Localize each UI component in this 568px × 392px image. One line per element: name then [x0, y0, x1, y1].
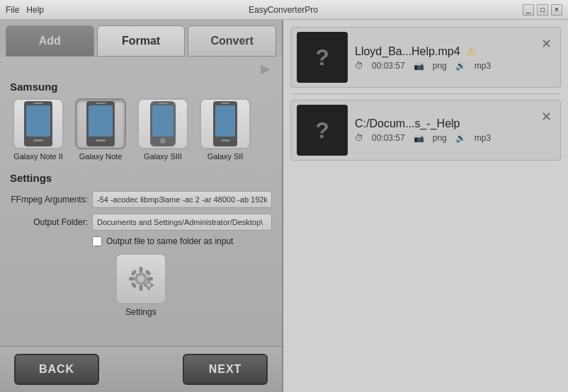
device-label-note: Galaxy Note: [79, 152, 123, 161]
file-name-text-1: C:/Docum...s_-_Help: [355, 117, 460, 129]
warning-icon-0: ⚠: [466, 45, 476, 57]
svg-rect-30: [144, 284, 147, 287]
file-meta-0: ⏱ 00:03:57 📷 png 🔊 mp3: [355, 61, 555, 71]
close-button[interactable]: ×: [551, 4, 562, 16]
file-name-text-0: Lloyd_Ba...Help.mp4: [355, 45, 460, 57]
file-close-1[interactable]: ✕: [538, 106, 555, 127]
device-galaxy-sii[interactable]: Galaxy SII: [197, 98, 254, 161]
svg-rect-15: [221, 103, 229, 104]
svg-rect-29: [148, 287, 150, 290]
output-folder-row: Output Folder:: [10, 214, 272, 231]
ffmpeg-label: FFmpeg Arguments:: [10, 195, 88, 204]
file-img-format-0: png: [433, 61, 447, 71]
file-item-0: ? Lloyd_Ba...Help.mp4 ⚠ ⏱ 00:03:57 📷 png…: [290, 27, 561, 88]
device-galaxy-siii[interactable]: Galaxy SIII: [135, 98, 191, 161]
device-section: Samsung Galaxy Note II: [0, 78, 282, 166]
tab-bar: Add Format Convert: [0, 20, 282, 57]
device-thumb-galaxy-note: [75, 98, 126, 149]
svg-rect-7: [96, 103, 106, 104]
file-item-1: ? C:/Docum...s_-_Help ⏱ 00:03:57 📷 png 🔊…: [290, 100, 561, 161]
window-controls: _ □ ×: [523, 4, 562, 16]
output-folder-input[interactable]: [92, 214, 272, 231]
gear-icon: [123, 261, 159, 296]
main-area: Add Format Convert ▶ Samsung: [0, 20, 568, 392]
arrow-icon: ▶: [261, 61, 271, 76]
phone-icon-note2: [21, 100, 56, 148]
device-thumb-galaxy-siii: [137, 98, 188, 149]
device-galaxy-note-2[interactable]: Galaxy Note II: [10, 98, 67, 161]
tab-format[interactable]: Format: [97, 25, 186, 57]
audio-icon-1: 🔊: [455, 133, 466, 143]
svg-rect-3: [33, 103, 43, 104]
settings-heading: Settings: [10, 172, 272, 184]
minimize-button[interactable]: _: [523, 4, 534, 16]
file-img-format-1: png: [433, 133, 447, 143]
menu-help[interactable]: Help: [26, 5, 44, 15]
device-section-heading: Samsung: [10, 81, 272, 93]
maximize-button[interactable]: □: [537, 4, 548, 16]
device-thumb-galaxy-sii: [200, 98, 251, 149]
svg-point-27: [147, 284, 151, 287]
same-folder-label: Output file to same folder as input: [106, 236, 233, 246]
output-folder-label: Output Folder:: [10, 217, 88, 227]
device-label-note2: Galaxy Note II: [13, 152, 63, 161]
menu-file[interactable]: File: [6, 5, 19, 15]
file-info-0: Lloyd_Ba...Help.mp4 ⚠ ⏱ 00:03:57 📷 png 🔊…: [355, 45, 555, 71]
svg-rect-2: [33, 139, 43, 142]
svg-rect-28: [148, 280, 150, 283]
file-meta-1: ⏱ 00:03:57 📷 png 🔊 mp3: [355, 133, 555, 143]
svg-point-10: [160, 138, 166, 144]
ffmpeg-row: FFmpeg Arguments:: [10, 191, 272, 208]
svg-rect-6: [96, 139, 106, 142]
file-thumb-0: ?: [297, 32, 348, 83]
phone-icon-sii: [208, 100, 243, 148]
bottom-buttons: BACK NEXT: [0, 346, 282, 392]
file-audio-format-0: mp3: [475, 61, 491, 71]
same-folder-checkbox[interactable]: [92, 236, 102, 246]
settings-section: Settings FFmpeg Arguments: Output Folder…: [0, 166, 282, 346]
back-button[interactable]: BACK: [14, 354, 99, 385]
svg-rect-5: [89, 105, 113, 137]
phone-icon-note: [83, 100, 118, 148]
svg-rect-9: [152, 105, 174, 137]
left-panel: Add Format Convert ▶ Samsung: [0, 20, 283, 392]
tab-add[interactable]: Add: [6, 25, 94, 57]
right-panel: ? Lloyd_Ba...Help.mp4 ⚠ ⏱ 00:03:57 📷 png…: [283, 20, 568, 392]
image-icon-0: 📷: [414, 61, 424, 71]
device-grid: Galaxy Note II Galaxy Note: [10, 98, 272, 161]
audio-icon-0: 🔊: [455, 61, 466, 71]
svg-rect-19: [140, 285, 143, 291]
ffmpeg-input[interactable]: [92, 191, 272, 208]
menu-bar: File Help: [6, 5, 44, 15]
file-name-0: Lloyd_Ba...Help.mp4 ⚠: [355, 45, 555, 58]
device-label-siii: Galaxy SIII: [144, 152, 182, 161]
file-thumb-1: ?: [297, 105, 348, 156]
svg-rect-21: [147, 277, 153, 281]
arrow-row: ▶: [0, 57, 282, 78]
file-duration-1: 00:03:57: [372, 133, 405, 143]
svg-point-17: [137, 275, 144, 282]
tab-convert[interactable]: Convert: [188, 25, 276, 57]
device-label-sii: Galaxy SII: [208, 152, 244, 161]
checkbox-row: Output file to same folder as input: [92, 236, 272, 246]
svg-rect-11: [158, 103, 168, 104]
svg-rect-1: [26, 105, 50, 137]
app-title: EasyConverterPro: [44, 5, 523, 15]
clock-icon-1: ⏱: [355, 133, 363, 143]
file-close-0[interactable]: ✕: [538, 33, 555, 54]
svg-rect-14: [221, 139, 229, 142]
file-info-1: C:/Docum...s_-_Help ⏱ 00:03:57 📷 png 🔊 m…: [355, 117, 555, 143]
settings-icon-button[interactable]: [115, 253, 166, 304]
title-bar: File Help EasyConverterPro _ □ ×: [0, 0, 568, 20]
clock-icon-0: ⏱: [355, 61, 363, 71]
svg-rect-31: [151, 284, 154, 287]
svg-rect-13: [215, 105, 235, 137]
device-galaxy-note[interactable]: Galaxy Note: [72, 98, 129, 161]
settings-icon-area: Settings: [10, 253, 272, 317]
file-divider: [290, 93, 561, 94]
device-thumb-galaxy-note-2: [13, 98, 64, 149]
next-button[interactable]: NEXT: [183, 354, 268, 385]
file-audio-format-1: mp3: [475, 133, 491, 143]
file-duration-0: 00:03:57: [372, 61, 405, 71]
image-icon-1: 📷: [414, 133, 424, 143]
